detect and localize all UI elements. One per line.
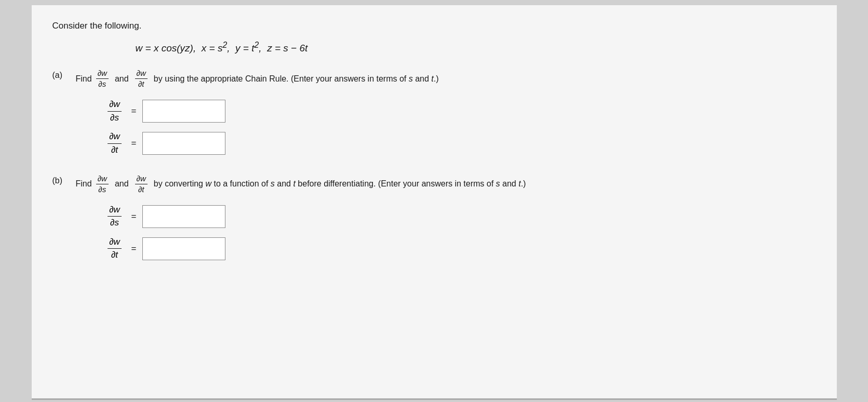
part-a-dw-numer: ∂w <box>96 69 109 79</box>
part-b-find: Find <box>76 179 92 189</box>
part-b-answers: ∂w ∂s = ∂w ∂t = <box>104 205 816 261</box>
part-b-input-ds[interactable] <box>142 205 225 228</box>
part-b-ans-dw1: ∂w <box>108 205 122 217</box>
part-b-answer-row-1: ∂w ∂s = <box>104 205 816 229</box>
part-a-frac-dt: ∂w ∂t <box>135 69 148 89</box>
part-b-equals-2: = <box>131 244 137 254</box>
part-b-label-row: (b) Find ∂w ∂s and ∂w ∂t by converting w… <box>52 174 816 194</box>
part-b-label: (b) <box>52 176 71 185</box>
part-b-ans-ds1: ∂s <box>109 217 121 228</box>
part-a-answer-row-2: ∂w ∂t = <box>104 131 816 155</box>
part-a-answers: ∂w ∂s = ∂w ∂t = <box>104 99 816 155</box>
part-a-equals-2: = <box>131 138 137 149</box>
part-b-dt-denom: ∂t <box>137 184 146 194</box>
part-a-ds-denom: ∂s <box>97 79 108 89</box>
consider-text: Consider the following. <box>52 21 816 31</box>
part-b-desc-text: by converting w to a function of s and t… <box>154 179 526 189</box>
part-b-answer-frac-dt: ∂w ∂t <box>104 237 125 261</box>
part-a-equals-1: = <box>131 106 137 116</box>
part-a-ans-dt2: ∂t <box>110 144 119 155</box>
equation-line: w = x cos(yz), x = s2, y = t2, z = s − 6… <box>136 41 816 54</box>
part-a-input-dt[interactable] <box>142 132 225 155</box>
part-b-answer-frac-ds: ∂w ∂s <box>104 205 125 229</box>
part-b-description: Find ∂w ∂s and ∂w ∂t by converting w to … <box>76 174 526 194</box>
page-container: Consider the following. w = x cos(yz), x… <box>32 5 837 400</box>
part-b-frac-ds: ∂w ∂s <box>96 174 109 194</box>
bottom-border <box>32 398 837 400</box>
part-b-dw-numer: ∂w <box>96 174 109 184</box>
part-b-dw-numer2: ∂w <box>135 174 148 184</box>
part-a-dt-denom: ∂t <box>137 79 146 89</box>
part-b-answer-row-2: ∂w ∂t = <box>104 237 816 261</box>
part-a-and: and <box>115 74 129 84</box>
part-a-label: (a) <box>52 71 71 80</box>
part-b-ds-denom: ∂s <box>97 184 108 194</box>
part-a-frac-ds: ∂w ∂s <box>96 69 109 89</box>
part-b-ans-dt2: ∂t <box>110 249 119 260</box>
part-a-block: (a) Find ∂w ∂s and ∂w ∂t by using the ap… <box>52 69 816 155</box>
part-a-ans-ds1: ∂s <box>109 112 121 123</box>
part-a-dw-numer2: ∂w <box>135 69 148 79</box>
part-a-ans-dw1: ∂w <box>108 99 122 111</box>
part-b-ans-dw2: ∂w <box>108 237 122 249</box>
part-a-answer-frac-ds: ∂w ∂s <box>104 99 125 123</box>
part-b-and: and <box>115 179 129 189</box>
part-a-answer-row-1: ∂w ∂s = <box>104 99 816 123</box>
part-b-equals-1: = <box>131 211 137 222</box>
part-a-label-row: (a) Find ∂w ∂s and ∂w ∂t by using the ap… <box>52 69 816 89</box>
part-a-description: Find ∂w ∂s and ∂w ∂t by using the approp… <box>76 69 439 89</box>
part-a-find: Find <box>76 74 92 84</box>
part-b-input-dt[interactable] <box>142 237 225 260</box>
part-a-ans-dw2: ∂w <box>108 131 122 143</box>
part-a-desc-text: by using the appropriate Chain Rule. (En… <box>154 74 439 84</box>
part-a-input-ds[interactable] <box>142 100 225 123</box>
part-b-frac-dt: ∂w ∂t <box>135 174 148 194</box>
part-a-answer-frac-dt: ∂w ∂t <box>104 131 125 155</box>
part-b-block: (b) Find ∂w ∂s and ∂w ∂t by converting w… <box>52 174 816 261</box>
